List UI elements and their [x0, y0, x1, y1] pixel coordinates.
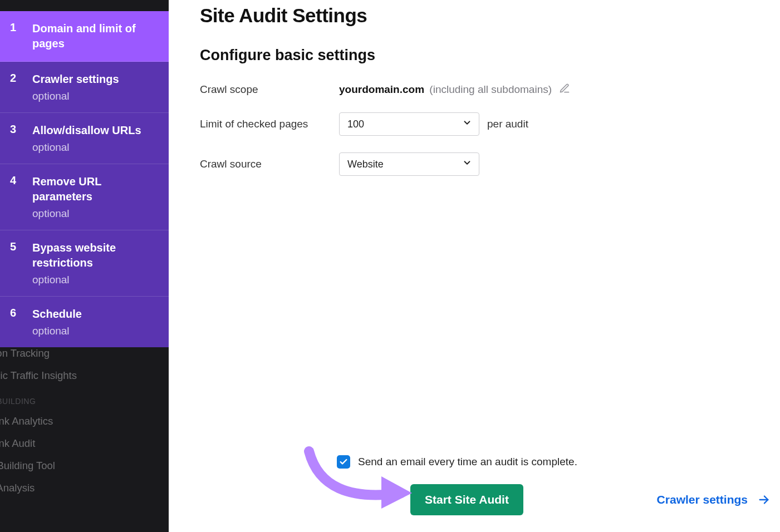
step-title: Remove URL parameters — [32, 174, 159, 204]
step-number: 1 — [10, 21, 32, 51]
limit-pages-label: Limit of checked pages — [200, 118, 339, 130]
section-title: Configure basic settings — [200, 47, 749, 64]
step-4-remove-url-parameters[interactable]: 4 Remove URL parameters optional — [0, 164, 169, 230]
limit-pages-suffix: per audit — [487, 118, 528, 130]
step-number: 6 — [10, 307, 32, 337]
step-optional-label: optional — [32, 274, 159, 286]
crawl-source-row: Crawl source Website — [200, 152, 749, 176]
footer-actions: Send an email every time an audit is com… — [200, 455, 770, 515]
page-title: Site Audit Settings — [200, 4, 749, 27]
crawl-source-select[interactable]: Website — [339, 152, 479, 176]
email-opt-in-row: Send an email every time an audit is com… — [337, 455, 770, 469]
arrow-right-icon — [758, 494, 770, 506]
crawl-source-value: Website — [347, 159, 384, 170]
step-5-bypass-restrictions[interactable]: 5 Bypass website restrictions optional — [0, 230, 169, 297]
step-number: 3 — [10, 123, 32, 154]
chevron-down-icon — [462, 118, 472, 131]
crawl-scope-domain: yourdomain.com — [339, 83, 424, 95]
email-checkbox-label: Send an email every time an audit is com… — [358, 456, 577, 468]
step-optional-label: optional — [32, 208, 159, 220]
limit-pages-value: 100 — [347, 119, 364, 130]
step-title: Schedule — [32, 307, 82, 322]
email-checkbox[interactable] — [337, 455, 350, 469]
limit-pages-row: Limit of checked pages 100 per audit — [200, 112, 749, 136]
step-optional-label: optional — [32, 141, 141, 154]
edit-icon[interactable] — [559, 83, 570, 94]
step-6-schedule[interactable]: 6 Schedule optional — [0, 297, 169, 347]
crawl-source-label: Crawl source — [200, 158, 339, 170]
step-optional-label: optional — [32, 325, 82, 337]
step-1-domain-and-limit[interactable]: 1 Domain and limit of pages — [0, 11, 169, 62]
crawl-scope-row: Crawl scope yourdomain.com (including al… — [200, 83, 749, 96]
step-title: Domain and limit of pages — [32, 21, 159, 51]
next-step-link-label: Crawler settings — [657, 493, 748, 506]
step-title: Crawler settings — [32, 72, 119, 87]
step-optional-label: optional — [32, 90, 119, 102]
step-number: 5 — [10, 240, 32, 286]
step-number: 2 — [10, 72, 32, 102]
setup-steps-sidebar: 1 Domain and limit of pages 2 Crawler se… — [0, 11, 169, 347]
start-site-audit-button[interactable]: Start Site Audit — [410, 484, 523, 515]
limit-pages-select[interactable]: 100 — [339, 112, 479, 136]
step-number: 4 — [10, 174, 32, 220]
main-content: Site Audit Settings Configure basic sett… — [169, 0, 780, 532]
step-title: Allow/disallow URLs — [32, 123, 141, 138]
step-3-allow-disallow-urls[interactable]: 3 Allow/disallow URLs optional — [0, 113, 169, 164]
step-2-crawler-settings[interactable]: 2 Crawler settings optional — [0, 62, 169, 113]
chevron-down-icon — [462, 158, 472, 171]
crawl-scope-note: (including all subdomains) — [429, 83, 552, 95]
next-step-link[interactable]: Crawler settings — [657, 493, 770, 506]
step-title: Bypass website restrictions — [32, 240, 159, 270]
crawl-scope-label: Crawl scope — [200, 83, 339, 96]
